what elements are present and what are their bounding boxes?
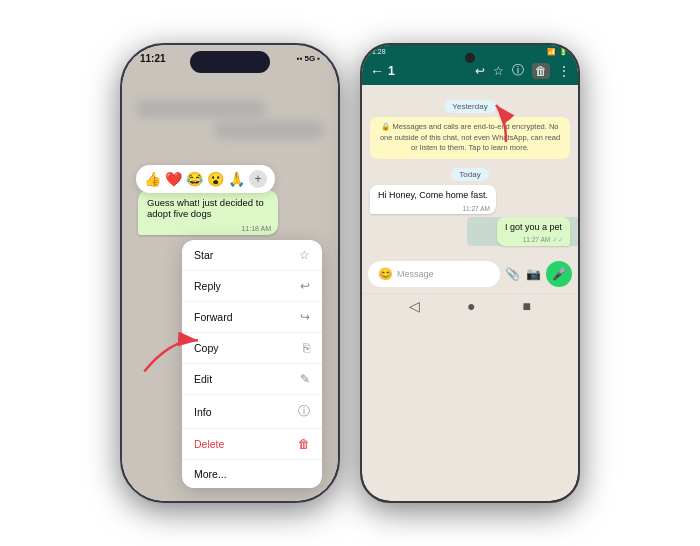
msg2-text: I got you a pet [505, 222, 562, 232]
today-label: Today [451, 168, 488, 181]
date-divider-today: Today [370, 163, 570, 181]
menu-item-info[interactable]: Info ⓘ [182, 395, 322, 429]
msg1-text: Hi Honey, Come home fast. [378, 190, 488, 200]
outgoing-bubble: I got you a pet 11:27 AM ✓✓ [497, 217, 570, 246]
chat-area: Yesterday 🔒 Messages and calls are end-t… [362, 85, 578, 255]
nav-recents-button[interactable]: ■ [523, 298, 531, 314]
menu-item-forward[interactable]: Forward ↪ [182, 302, 322, 333]
bubble-time: 11:18 AM [241, 225, 271, 232]
selected-count: 1 [388, 64, 395, 78]
msg1-time: 11:27 AM [462, 205, 489, 212]
iphone-screen: 11:21 ▪▪5G▪ Guess what! just decided to … [122, 45, 338, 501]
camera-icon[interactable]: 📷 [526, 267, 541, 281]
input-action-icons: 📎 📷 [505, 267, 541, 281]
emoji-heart[interactable]: ❤️ [165, 171, 182, 187]
copy-icon: ⎘ [303, 341, 310, 355]
emoji-input-icon: 😊 [378, 267, 393, 281]
green-message-bubble: Guess what! just decided to adopt five d… [138, 190, 278, 235]
date-divider-yesterday: Yesterday [370, 95, 570, 113]
iphone-status-icons: ▪▪5G▪ [297, 54, 320, 63]
forward-icon: ↪ [300, 310, 310, 324]
menu-label-reply: Reply [194, 280, 221, 292]
menu-item-reply[interactable]: Reply ↩ [182, 271, 322, 302]
red-arrow-android [476, 97, 526, 153]
info-header-icon[interactable]: ⓘ [512, 62, 524, 79]
emoji-wow[interactable]: 😮 [207, 171, 224, 187]
android-device: 1:28 📶🔋 ← 1 ↩ ☆ ⓘ 🗑 ⋮ [360, 43, 580, 503]
emoji-add-button[interactable]: + [249, 170, 267, 188]
mic-button[interactable]: 🎤 [546, 261, 572, 287]
menu-label-star: Star [194, 249, 213, 261]
menu-label-delete: Delete [194, 438, 224, 450]
double-tick-icon: ✓✓ [552, 236, 564, 243]
outgoing-message-row: I got you a pet 11:27 AM ✓✓ [370, 217, 570, 246]
iphone-chat-bg: Guess what! just decided to adopt five d… [122, 45, 338, 501]
security-message[interactable]: 🔒 Messages and calls are end-to-end encr… [370, 117, 570, 159]
iphone-status-bar: 11:21 ▪▪5G▪ [122, 53, 338, 64]
menu-item-more[interactable]: More... [182, 460, 322, 488]
android-screen: 1:28 📶🔋 ← 1 ↩ ☆ ⓘ 🗑 ⋮ [362, 45, 578, 501]
security-text: 🔒 Messages and calls are end-to-end encr… [380, 122, 560, 152]
menu-label-info: Info [194, 406, 212, 418]
input-placeholder: Message [397, 269, 490, 279]
delete-header-icon[interactable]: 🗑 [532, 63, 550, 79]
wa-input-area: 😊 Message 📎 📷 🎤 [362, 255, 578, 293]
emoji-thumbs-up[interactable]: 👍 [144, 171, 161, 187]
bubble-text: Guess what! just decided to adopt five d… [147, 197, 264, 219]
delete-icon: 🗑 [298, 437, 310, 451]
iphone-device: 11:21 ▪▪5G▪ Guess what! just decided to … [120, 43, 340, 503]
reply-icon: ↩ [300, 279, 310, 293]
attach-icon[interactable]: 📎 [505, 267, 520, 281]
emoji-laugh[interactable]: 😂 [186, 171, 203, 187]
msg2-time: 11:27 AM ✓✓ [523, 236, 564, 244]
iphone-time: 11:21 [140, 53, 166, 64]
reply-header-icon[interactable]: ↩ [475, 64, 485, 78]
nav-back-button[interactable]: ◁ [409, 298, 420, 314]
emoji-pray[interactable]: 🙏 [228, 171, 245, 187]
nav-home-button[interactable]: ● [467, 298, 475, 314]
menu-label-more: More... [194, 468, 227, 480]
android-camera [465, 53, 475, 63]
star-icon: ☆ [299, 248, 310, 262]
message-input[interactable]: 😊 Message [368, 261, 500, 287]
android-navbar: ◁ ● ■ [362, 293, 578, 318]
info-icon: ⓘ [298, 403, 310, 420]
back-icon[interactable]: ← [370, 63, 384, 79]
incoming-bubble: Hi Honey, Come home fast. 11:27 AM [370, 185, 496, 214]
incoming-message-row: Hi Honey, Come home fast. 11:27 AM [370, 185, 570, 214]
star-header-icon[interactable]: ☆ [493, 64, 504, 78]
menu-label-forward: Forward [194, 311, 233, 323]
more-header-icon[interactable]: ⋮ [558, 64, 570, 78]
emoji-reaction-row[interactable]: 👍 ❤️ 😂 😮 🙏 + [136, 165, 275, 193]
menu-item-star[interactable]: Star ☆ [182, 240, 322, 271]
edit-icon: ✎ [300, 372, 310, 386]
menu-item-delete[interactable]: Delete 🗑 [182, 429, 322, 460]
menu-label-edit: Edit [194, 373, 212, 385]
android-time: 1:28 [372, 48, 386, 56]
header-action-icons: ↩ ☆ ⓘ 🗑 ⋮ [475, 62, 570, 79]
